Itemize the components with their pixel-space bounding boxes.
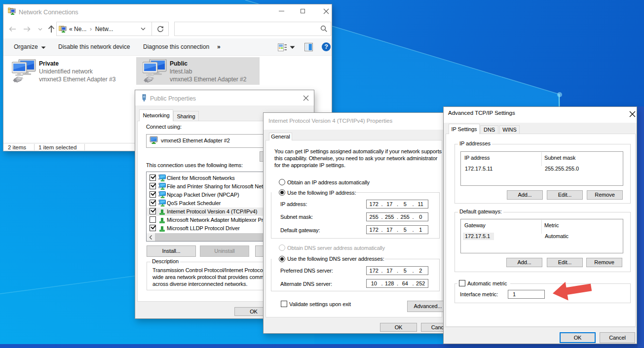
svg-text:?: ? (324, 43, 328, 50)
